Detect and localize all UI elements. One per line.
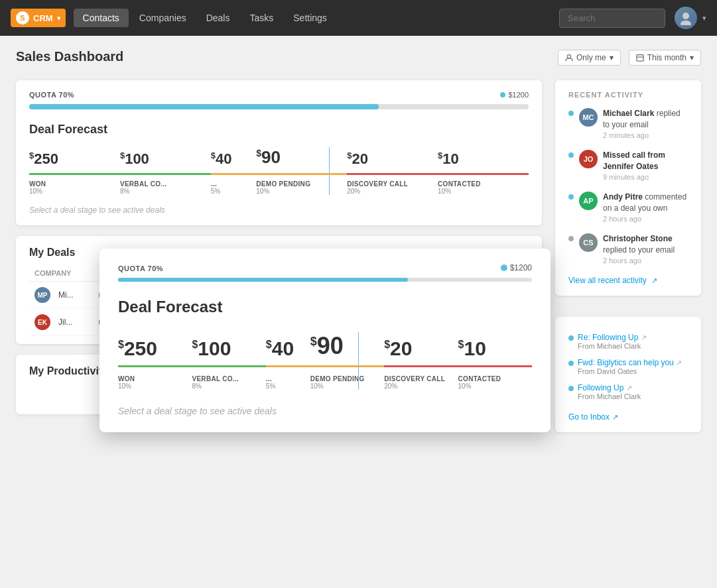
- brand-logo[interactable]: S CRM ▾: [11, 9, 66, 27]
- stage-contacted[interactable]: $10: [438, 150, 529, 173]
- recent-activity-title: RECENT ACTIVITY: [568, 91, 688, 99]
- view-all-activity-link[interactable]: View all recent activity: [568, 276, 647, 285]
- expanded-deal-stages: $250 $100 $40 $90 $20: [118, 332, 532, 367]
- go-inbox-icon: ↗: [612, 413, 618, 421]
- expanded-quota-target: $1200: [501, 263, 532, 272]
- stage-won[interactable]: $250: [29, 150, 120, 173]
- inbox-link-icon-2: ↗: [676, 359, 682, 367]
- stage-verbal[interactable]: $100: [120, 150, 211, 173]
- activity-name-2: Missed call from Jennifer Oates: [603, 150, 665, 171]
- stage-dot-bar: [211, 173, 256, 175]
- expanded-stage-demo-amount: $90: [310, 332, 344, 360]
- expanded-label-won: WON 10%: [118, 375, 192, 390]
- stage-discovery[interactable]: $20: [347, 150, 438, 173]
- col-company: Company: [29, 265, 94, 282]
- avatar[interactable]: [675, 7, 697, 29]
- go-to-inbox[interactable]: Go to Inbox ↗: [568, 408, 688, 422]
- stage-label-contacted: CONTACTED 10%: [438, 180, 529, 195]
- activity-avatar-2: JO: [579, 150, 598, 168]
- activity-avatar-1: MC: [579, 108, 598, 127]
- forecast-chart: $250 $100 $40: [29, 147, 529, 195]
- activity-text-3: Andy Pitre commented on a deal you own 2…: [603, 192, 688, 224]
- stage-contacted-bar: [438, 173, 529, 175]
- avatar-caret[interactable]: ▾: [702, 14, 706, 23]
- expanded-forecast-title: Deal Forecast: [118, 298, 532, 316]
- activity-name-3: Andy Pitre: [603, 192, 643, 202]
- expanded-quota-label: QUOTA 70%: [118, 265, 532, 272]
- filter-this-month[interactable]: This month ▾: [629, 50, 701, 66]
- activity-dot-2: [568, 152, 574, 158]
- expanded-stage-dot-amount: $40: [266, 337, 294, 360]
- stage-discovery-bar: [347, 173, 438, 175]
- stage-won-bar: [29, 173, 120, 175]
- search-input[interactable]: [559, 9, 665, 28]
- filter-only-me[interactable]: Only me ▾: [558, 50, 621, 66]
- expanded-stage-dot[interactable]: $40: [266, 337, 310, 365]
- activity-dot-4: [568, 236, 574, 241]
- expanded-stage-labels: WON 10% VERBAL CO... 8% ... 5% DEMO PEND…: [118, 375, 532, 390]
- activity-avatar-3: AP: [579, 192, 598, 210]
- quota-bar-container: $1200: [29, 104, 529, 109]
- stage-discovery-amount: $20: [347, 150, 368, 168]
- stage-label-dot: ... 5%: [211, 180, 256, 195]
- filter-only-me-caret: ▾: [610, 53, 614, 62]
- expanded-forecast-card: QUOTA 70% $1200 Deal Forecast $250 $10: [99, 249, 551, 432]
- svg-point-1: [681, 21, 691, 25]
- activity-dot-1: [568, 111, 574, 116]
- activity-time-3: 2 hours ago: [603, 214, 688, 224]
- inbox-subject-2[interactable]: Fwd: Biglytics can help you: [578, 358, 674, 367]
- activity-name-1: Michael Clark: [603, 109, 654, 118]
- quota-target: $1200: [500, 91, 529, 99]
- recent-activity-card: RECENT ACTIVITY MC Michael Clark replied…: [555, 80, 701, 296]
- deal-stages: $250 $100 $40: [29, 147, 529, 175]
- nav-items: Contacts Companies Deals Tasks Settings: [74, 9, 556, 27]
- expanded-stage-discovery[interactable]: $20: [384, 337, 458, 365]
- brand-label: CRM: [33, 13, 53, 23]
- activity-item-3: AP Andy Pitre commented on a deal you ow…: [568, 192, 688, 224]
- go-inbox-link[interactable]: Go to Inbox: [568, 412, 610, 422]
- activity-text-2: Missed call from Jennifer Oates 9 minute…: [603, 150, 688, 182]
- activity-item-4: CS Christopher Stone replied to your ema…: [568, 233, 688, 266]
- nav-contacts[interactable]: Contacts: [74, 9, 129, 27]
- brand-icon: S: [16, 11, 29, 25]
- stage-verbal-amount: $100: [120, 150, 149, 168]
- nav-companies[interactable]: Companies: [130, 9, 196, 27]
- nav-deals[interactable]: Deals: [197, 9, 239, 27]
- stage-dot[interactable]: $40: [211, 150, 256, 173]
- spacer: [555, 306, 701, 317]
- inbox-subject-1[interactable]: Re: Following Up: [578, 333, 638, 342]
- expanded-label-dot: ... 5%: [266, 375, 310, 390]
- expanded-stage-verbal[interactable]: $100: [192, 337, 265, 365]
- activity-time-2: 9 minutes ago: [603, 172, 688, 182]
- activity-text-4: Christopher Stone replied to your email …: [603, 233, 688, 266]
- expanded-stage-won[interactable]: $250: [118, 337, 192, 365]
- nav-tasks[interactable]: Tasks: [240, 9, 283, 27]
- deal-forecast-card: QUOTA 70% $1200 Deal Forecast: [16, 80, 542, 225]
- inbox-dot-2: [568, 361, 574, 366]
- expanded-stage-contacted-bar: [458, 365, 532, 367]
- deal-company-1: MP Mi...: [29, 282, 94, 309]
- navbar: S CRM ▾ Contacts Companies Deals Tasks S…: [0, 0, 717, 36]
- inbox-subject-3[interactable]: Following Up: [578, 383, 623, 392]
- inbox-item-1: Re: Following Up ↗ From Michael Clark: [568, 333, 688, 350]
- svg-point-2: [567, 54, 570, 58]
- activity-name-4: Christopher Stone: [603, 234, 673, 243]
- nav-settings[interactable]: Settings: [284, 9, 336, 27]
- stage-label-demo: DEMO PENDING 10%: [256, 180, 347, 195]
- quota-label: QUOTA 70%: [29, 91, 529, 99]
- page-title: Sales Dashboard: [16, 49, 123, 64]
- expanded-label-demo: DEMO PENDING 10%: [310, 375, 384, 390]
- stage-verbal-bar: [120, 173, 211, 175]
- stage-demo[interactable]: $90: [256, 147, 347, 173]
- activity-avatar-4: CS: [579, 233, 598, 252]
- expanded-stage-demo[interactable]: $90: [310, 332, 384, 365]
- expanded-stage-contacted[interactable]: $10: [458, 337, 532, 365]
- stage-label-discovery: DISCOVERY CALL 20%: [347, 180, 438, 195]
- inbox-from-2: From David Oates: [578, 367, 682, 375]
- expanded-quota-bar-fill: [118, 278, 408, 282]
- deal-forecast-title: Deal Forecast: [29, 123, 529, 137]
- expanded-forecast-chart: $250 $100 $40 $90 $20: [118, 332, 532, 390]
- expanded-stage-contacted-amount: $10: [458, 337, 486, 360]
- stage-label-won: WON 10%: [29, 180, 120, 195]
- stage-dot-amount: $40: [211, 150, 232, 168]
